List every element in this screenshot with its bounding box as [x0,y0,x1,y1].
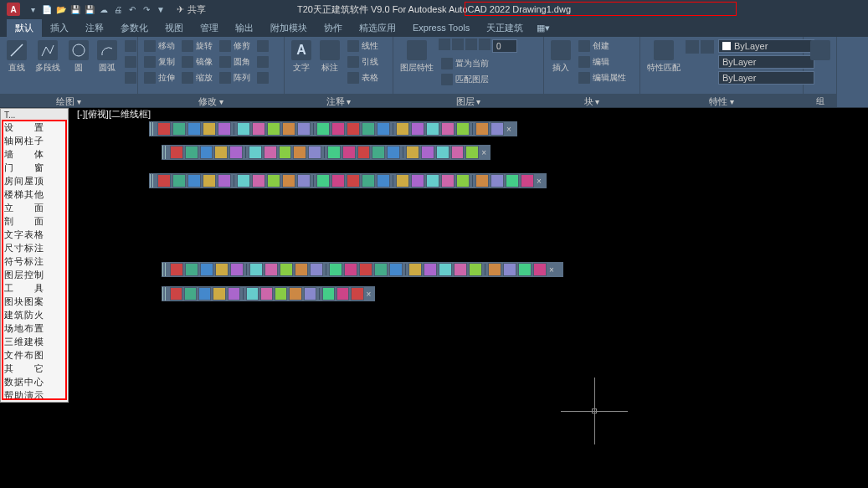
tab-insert[interactable]: 插入 [42,19,77,37]
toolbar-btn[interactable] [200,146,213,159]
toolbar-btn[interactable] [203,174,216,187]
toolbar-btn[interactable] [237,122,250,136]
sidebar-item-1[interactable]: 轴网柱子 [1,134,68,147]
make-current-button[interactable]: 置为当前 [439,56,540,71]
toolbar-btn[interactable] [456,174,470,187]
toolbar-btn[interactable] [336,287,349,301]
toolbar-btn[interactable] [331,174,345,187]
fillet-button[interactable]: 圆角 [217,54,253,69]
share-button[interactable]: ✈ 共享 [177,3,206,16]
toolbar-btn[interactable] [469,263,482,276]
tab-express[interactable]: Express Tools [404,20,478,35]
qat-web-icon[interactable]: ☁ [98,3,110,15]
insert-block-button[interactable]: 插入 [547,39,574,75]
toolbar-btn[interactable] [213,287,225,301]
tab-addins[interactable]: 附加模块 [262,19,316,37]
toolbar-btn[interactable] [316,174,330,187]
toolbar-btn[interactable] [490,174,504,187]
draw-small-1[interactable] [122,39,139,54]
create-block-button[interactable]: 创建 [576,39,629,54]
qat-plot-icon[interactable]: 🖨 [112,3,124,15]
toolbar-btn[interactable] [406,146,419,159]
sidebar-item-18[interactable]: 其 它 [1,362,68,375]
sidebar-item-3[interactable]: 门 窗 [1,161,68,174]
toolbar-btn[interactable] [170,146,183,159]
toolbar-btn[interactable] [289,287,301,301]
toolbar-btn[interactable] [344,263,357,276]
toolbar-btn[interactable] [252,174,265,187]
toolbar-btn[interactable] [184,287,197,301]
sidebar-header[interactable]: T... [1,109,68,121]
sidebar-item-20[interactable]: 帮助演示 [1,388,68,402]
toolbar-btn[interactable] [229,146,243,159]
toolbar-btn[interactable] [342,146,356,159]
toolbar-btn[interactable] [396,174,409,187]
draw-small-2[interactable] [122,54,139,69]
sidebar-item-4[interactable]: 房间屋顶 [1,174,68,187]
toolbar-btn[interactable] [308,146,321,159]
prop-tool-2[interactable] [701,40,714,54]
toolbar-btn[interactable] [293,146,306,159]
toolbar-btn[interactable] [357,146,371,159]
tab-tangent[interactable]: 天正建筑 [478,19,532,37]
toolbar-btn[interactable] [157,122,171,136]
toolbar-btn[interactable] [267,122,280,136]
qat-menu-icon[interactable]: ▾ [27,3,39,15]
toolbar-btn[interactable] [441,174,455,187]
arc-button[interactable]: 圆弧 [94,39,121,75]
tab-parametric[interactable]: 参数化 [112,19,157,37]
toolbar-btn[interactable] [230,263,244,276]
stretch-button[interactable]: 拉伸 [141,70,177,85]
sidebar-item-19[interactable]: 数据中心 [1,375,68,388]
sidebar-item-11[interactable]: 图层控制 [1,268,68,281]
circle-button[interactable]: 圆 [65,39,92,75]
qat-undo-icon[interactable]: ↶ [126,3,138,15]
toolbar-btn[interactable] [533,263,547,276]
toolbar-btn[interactable] [218,174,231,187]
toolbar-btn[interactable] [297,122,311,136]
toolbar-btn[interactable] [506,174,519,187]
toolbar-btn[interactable] [246,287,259,301]
toolbar-btn[interactable] [214,146,228,159]
toolbar-btn[interactable] [475,174,489,187]
copy-button[interactable]: 复制 [141,54,177,69]
qat-open-icon[interactable]: 📂 [55,3,67,15]
toolbar-btn[interactable] [389,263,403,276]
toolbar-btn[interactable] [396,122,409,136]
toolbar-btn[interactable] [518,263,532,276]
floating-toolbar-3[interactable]: × [149,173,547,188]
toolbar-btn[interactable] [377,174,390,187]
toolbar-close-icon[interactable]: × [549,265,557,275]
toolbar-btn[interactable] [275,287,287,301]
sidebar-item-9[interactable]: 尺寸标注 [1,241,68,254]
tab-extra-icon[interactable]: ▦▾ [532,20,555,36]
toolbar-btn[interactable] [260,287,273,301]
layer-props-button[interactable]: 图层特性 [397,39,437,75]
toolbar-btn[interactable] [282,122,295,136]
toolbar-btn[interactable] [200,263,213,276]
toolbar-btn[interactable] [157,174,171,187]
toolbar-btn[interactable] [387,146,400,159]
toolbar-btn[interactable] [331,122,345,136]
toolbar-btn[interactable] [282,174,295,187]
toolbar-btn[interactable] [310,263,323,276]
toolbar-btn[interactable] [264,146,277,159]
layer-tool-2[interactable] [452,39,464,50]
toolbar-btn[interactable] [454,263,467,276]
toolbar-btn[interactable] [372,146,385,159]
toolbar-close-icon[interactable]: × [537,177,545,186]
qat-more-icon[interactable]: ▼ [155,3,167,15]
edit-block-button[interactable]: 编辑 [576,54,629,69]
toolbar-btn[interactable] [465,146,479,159]
trim-button[interactable]: 修剪 [217,39,253,54]
toolbar-btn[interactable] [237,174,250,187]
app-icon[interactable]: A [7,3,20,16]
toolbar-btn[interactable] [456,122,470,136]
tab-manage[interactable]: 管理 [192,19,227,37]
toolbar-btn[interactable] [421,146,434,159]
sidebar-item-17[interactable]: 文件布图 [1,348,68,362]
sidebar-item-0[interactable]: 设 置 [1,121,68,134]
layer-combo-small[interactable]: 0 [492,39,517,53]
toolbar-btn[interactable] [297,174,311,187]
layer-tool-1[interactable] [439,39,450,50]
